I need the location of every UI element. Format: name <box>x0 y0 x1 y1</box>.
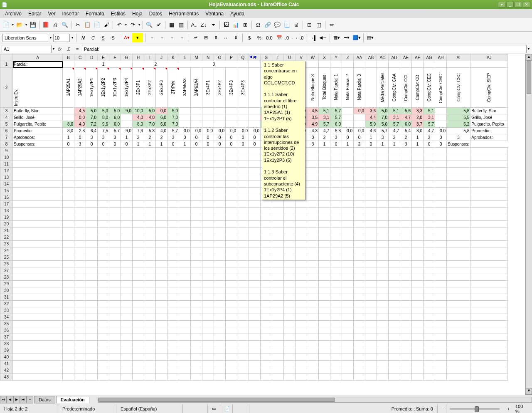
cell-AJ14[interactable] <box>470 181 508 188</box>
cell-F20[interactable] <box>109 221 121 228</box>
cell-K4[interactable]: 7,0 <box>167 114 179 121</box>
cell-I11[interactable] <box>144 161 156 168</box>
cell-W23[interactable] <box>307 241 319 247</box>
row-6[interactable]: 6Promedio:8,02,86,47,55,79,07,35,34,05,7… <box>0 128 508 134</box>
cell-Q33[interactable] <box>237 307 249 314</box>
cell-T33[interactable] <box>272 307 284 314</box>
cell-D21[interactable] <box>86 228 98 234</box>
cell-AI37[interactable] <box>447 334 470 341</box>
cell-Z42[interactable] <box>342 367 354 374</box>
cell-AH28[interactable] <box>435 274 447 281</box>
cell-E3[interactable]: 5,0 <box>98 108 109 114</box>
cell-AD12[interactable] <box>389 168 400 174</box>
cell-Q9[interactable] <box>237 148 249 154</box>
cell-U43[interactable] <box>284 374 296 381</box>
cell-S19[interactable] <box>261 214 272 221</box>
cell-T17[interactable] <box>272 201 284 208</box>
cell-D26[interactable] <box>86 261 98 267</box>
cell-AA5[interactable] <box>354 121 365 128</box>
cell-Q8[interactable]: 0 <box>237 141 249 148</box>
tab-first-button[interactable]: ⏮ <box>0 396 7 403</box>
cell-M18[interactable] <box>191 208 202 214</box>
cell[interactable] <box>365 61 377 68</box>
cell-R11[interactable] <box>249 161 261 168</box>
cell-AF14[interactable] <box>412 181 424 188</box>
cell-Q39[interactable] <box>237 347 249 354</box>
cell-Q10[interactable] <box>237 154 249 161</box>
cell-AG27[interactable] <box>424 267 435 274</box>
cell-AA10[interactable] <box>354 154 365 161</box>
cell-header-L[interactable]: 3AP55A3 <box>179 68 191 108</box>
cell-X25[interactable] <box>319 254 330 261</box>
cell-C37[interactable] <box>74 334 86 341</box>
row-22[interactable]: 22 <box>0 234 508 241</box>
cell-Y11[interactable] <box>330 161 342 168</box>
cell-header-G[interactable]: 1Ex1y2P4 <box>121 68 133 108</box>
cell-AJ29[interactable] <box>470 281 508 287</box>
cell-O30[interactable] <box>214 287 226 294</box>
cell-Q26[interactable] <box>237 261 249 267</box>
cell-AE3[interactable]: 5,6 <box>400 108 412 114</box>
cell-Q27[interactable] <box>237 267 249 274</box>
row-40[interactable]: 40 <box>0 354 508 361</box>
cell-A24[interactable] <box>13 247 63 254</box>
cell-V33[interactable] <box>296 307 307 314</box>
cell-U19[interactable] <box>284 214 296 221</box>
paste-button[interactable]: 📄 <box>92 20 101 30</box>
cell-Y37[interactable] <box>330 334 342 341</box>
row-header-13[interactable]: 13 <box>0 174 13 181</box>
cell-E37[interactable] <box>98 334 109 341</box>
cell-C43[interactable] <box>74 374 86 381</box>
cell-N10[interactable] <box>202 154 214 161</box>
cell-U23[interactable] <box>284 241 296 247</box>
cell-T31[interactable] <box>272 294 284 301</box>
cell-AF6[interactable]: 3,0 <box>412 128 424 134</box>
cell-Z21[interactable] <box>342 228 354 234</box>
cell-V20[interactable] <box>296 221 307 228</box>
cell-U38[interactable] <box>284 341 296 347</box>
cell-D15[interactable] <box>86 188 98 194</box>
cell-AF11[interactable] <box>412 161 424 168</box>
cell-Z28[interactable] <box>342 274 354 281</box>
cell-F18[interactable] <box>109 208 121 214</box>
row-header-8[interactable]: 8 <box>0 141 13 148</box>
redo-dropdown[interactable]: ▾ <box>138 23 141 27</box>
cell-AI38[interactable] <box>447 341 470 347</box>
cell-O21[interactable] <box>214 228 226 234</box>
cell-M22[interactable] <box>191 234 202 241</box>
cell-W18[interactable] <box>307 208 319 214</box>
cell-AG35[interactable] <box>424 321 435 327</box>
cell-U28[interactable] <box>284 274 296 281</box>
cell-H9[interactable] <box>133 148 144 154</box>
cell-C18[interactable] <box>74 208 86 214</box>
cell-K29[interactable] <box>167 281 179 287</box>
cell-header-AH[interactable]: CompClv: CMCT <box>435 68 447 108</box>
cell-X4[interactable]: 3,1 <box>319 114 330 121</box>
cell-L28[interactable] <box>179 274 191 281</box>
cell-Z32[interactable] <box>342 301 354 307</box>
name-box-dropdown[interactable]: ▾ <box>52 47 55 51</box>
find-button[interactable]: 🔍 <box>145 20 154 30</box>
cell-AG38[interactable] <box>424 341 435 347</box>
cell-X7[interactable]: 2 <box>319 134 330 141</box>
cell-AI27[interactable] <box>447 267 470 274</box>
cell-P9[interactable] <box>226 148 237 154</box>
cell-AB3[interactable]: 3,6 <box>365 108 377 114</box>
cell-header-AJ[interactable]: CompClv: SIEP <box>470 68 508 108</box>
cell-Y25[interactable] <box>330 254 342 261</box>
cell-Y31[interactable] <box>330 294 342 301</box>
cell-W31[interactable] <box>307 294 319 301</box>
cell-AC24[interactable] <box>377 247 389 254</box>
cell-O12[interactable] <box>214 168 226 174</box>
cell-W39[interactable] <box>307 347 319 354</box>
cell-J26[interactable] <box>156 261 167 267</box>
cell-AD43[interactable] <box>389 374 400 381</box>
cell-X23[interactable] <box>319 241 330 247</box>
cell-B8[interactable]: 0 <box>63 141 74 148</box>
cell-AJ32[interactable] <box>470 301 508 307</box>
cell-D39[interactable] <box>86 347 98 354</box>
remove-decimal-button[interactable]: ←.0 <box>295 33 304 42</box>
cell-H3[interactable]: 10,0 <box>133 108 144 114</box>
cell-AE29[interactable] <box>400 281 412 287</box>
cell-AI35[interactable] <box>447 321 470 327</box>
